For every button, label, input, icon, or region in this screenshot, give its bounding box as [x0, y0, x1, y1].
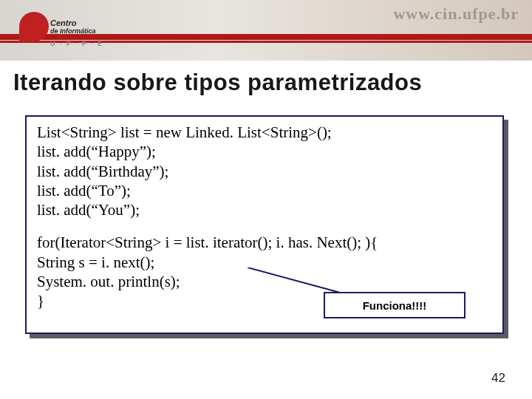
- code-line: list. add(“Happy”);: [37, 142, 492, 161]
- code-line: list. add(“You”);: [37, 200, 492, 219]
- logo: Centro de Informática U · F · P · E: [19, 9, 130, 55]
- code-line: list. add(“To”);: [37, 181, 492, 200]
- slide-header: www.cin.ufpe.br Centro de Informática U …: [0, 0, 532, 61]
- code-line: System. out. println(s);: [37, 272, 492, 291]
- code-line: for(Iterator<String> i = list. iterator(…: [37, 233, 492, 252]
- logo-line2: de Informática: [50, 28, 96, 35]
- callout-box: Funciona!!!!: [324, 292, 466, 318]
- header-url: www.cin.ufpe.br: [393, 4, 519, 24]
- logo-line1: Centro: [50, 19, 96, 28]
- code-line: list. add(“Birthday”);: [37, 162, 492, 181]
- logo-subtext: U · F · P · E: [50, 40, 103, 47]
- code-line: String s = i. next();: [37, 253, 492, 272]
- slide-title: Iterando sobre tipos parametrizados: [13, 69, 532, 96]
- page-number: 42: [491, 371, 505, 386]
- logo-mark-icon: [19, 12, 49, 41]
- logo-text: Centro de Informática: [50, 19, 96, 35]
- code-line: List<String> list = new Linked. List<Str…: [37, 123, 492, 142]
- callout-text: Funciona!!!!: [363, 299, 427, 312]
